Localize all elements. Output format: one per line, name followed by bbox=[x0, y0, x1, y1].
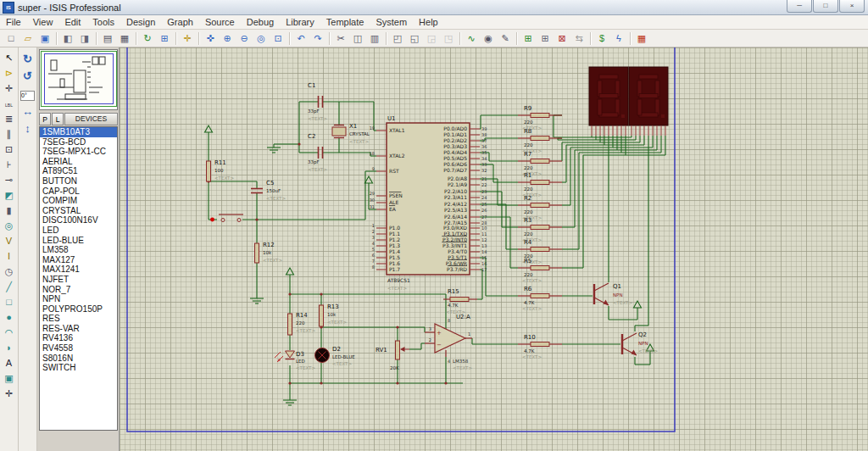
device-list-item[interactable]: CAP-POL bbox=[40, 187, 117, 197]
device-list-item[interactable]: RV4136 bbox=[40, 333, 117, 343]
resistor-R2[interactable] bbox=[518, 203, 562, 208]
opamp-U2A[interactable] bbox=[425, 324, 472, 357]
transistor-Q2[interactable] bbox=[622, 333, 637, 355]
2d-arc-mode-button[interactable]: ◠ bbox=[2, 326, 17, 340]
mark-output-area-button[interactable]: ▦ bbox=[116, 31, 133, 47]
device-list-item[interactable]: NJFET bbox=[40, 275, 117, 285]
junction-dot-mode-button[interactable]: ✛ bbox=[2, 81, 17, 96]
led-D3[interactable] bbox=[275, 351, 295, 362]
export-section-button[interactable]: ◨ bbox=[76, 31, 93, 47]
ground-symbol[interactable] bbox=[250, 298, 264, 303]
menu-item-view[interactable]: View bbox=[27, 16, 59, 28]
device-list-item[interactable]: 1SMB10AT3 bbox=[40, 127, 117, 137]
device-list-item[interactable]: MAX1241 bbox=[40, 264, 117, 275]
power-terminal[interactable] bbox=[287, 268, 294, 281]
block-copy-button[interactable]: ◰ bbox=[389, 31, 406, 47]
marker-mode-button[interactable]: ✛ bbox=[2, 387, 17, 401]
device-list-item[interactable]: RES bbox=[40, 314, 117, 324]
electrical-rule-check-button[interactable]: ϟ bbox=[610, 31, 627, 47]
resistor-R3[interactable] bbox=[518, 226, 562, 230]
device-list-item[interactable]: SWITCH bbox=[40, 363, 117, 373]
menu-item-system[interactable]: System bbox=[370, 16, 413, 28]
push-button[interactable] bbox=[210, 214, 243, 222]
capacitor-C1[interactable] bbox=[319, 96, 323, 108]
device-list-item[interactable]: DISC100N16V bbox=[40, 215, 117, 226]
resistor-R15[interactable] bbox=[443, 298, 477, 302]
title-bar[interactable]: IS super - ISIS Professional ─□× bbox=[0, 0, 868, 15]
device-list-item[interactable]: POLYPRO150P bbox=[40, 304, 117, 315]
2d-line-mode-button[interactable]: ╱ bbox=[2, 280, 17, 294]
potentiometer-RV1[interactable] bbox=[396, 341, 410, 359]
resistor-R12[interactable] bbox=[255, 243, 259, 263]
netlist-to-ares-button[interactable]: ▦ bbox=[633, 31, 650, 47]
transistor-Q1[interactable] bbox=[594, 283, 609, 305]
device-list-item[interactable]: RV4558 bbox=[40, 343, 117, 354]
2d-circle-mode-button[interactable]: ● bbox=[2, 310, 17, 325]
library-manager-button[interactable]: L bbox=[52, 113, 64, 125]
device-list-item[interactable]: AERIAL bbox=[40, 157, 117, 167]
rotate-anticlockwise-button[interactable]: ↺ bbox=[20, 69, 36, 84]
device-list-item[interactable]: NPN bbox=[40, 294, 117, 304]
device-list-item[interactable]: CRYSTAL bbox=[40, 206, 117, 216]
ground-symbol[interactable] bbox=[283, 400, 297, 405]
menu-item-tools[interactable]: Tools bbox=[86, 16, 120, 28]
search-tag-button[interactable]: ◉ bbox=[480, 31, 497, 47]
save-design-button[interactable]: ▣ bbox=[36, 31, 53, 47]
property-assignment-button[interactable]: ✎ bbox=[497, 31, 514, 47]
resistor-R7[interactable] bbox=[518, 159, 562, 164]
power-terminal[interactable] bbox=[634, 301, 642, 315]
menu-item-source[interactable]: Source bbox=[199, 16, 241, 28]
zoom-in-button[interactable]: ⊕ bbox=[219, 31, 236, 47]
2d-path-mode-button[interactable]: ◗ bbox=[2, 341, 17, 355]
undo-button[interactable]: ↶ bbox=[292, 31, 309, 47]
voltage-probe-mode-button[interactable]: V bbox=[2, 234, 17, 248]
capacitor-C2[interactable] bbox=[319, 147, 323, 159]
toggle-grid-button[interactable]: ⊞ bbox=[156, 31, 173, 47]
crystal-X1[interactable] bbox=[332, 125, 346, 138]
pick-devices-button[interactable]: P bbox=[39, 113, 51, 125]
device-list-item[interactable]: NOR_7 bbox=[40, 285, 117, 295]
power-terminal[interactable] bbox=[205, 125, 213, 139]
device-list-item[interactable]: LED-BLUE bbox=[40, 236, 117, 246]
schematic-canvas[interactable]: R9220<TEXT>R8220<TEXT>R7220<TEXT>R1220<T… bbox=[119, 47, 868, 451]
device-list-item[interactable]: 7SEG-MPX1-CC bbox=[40, 147, 117, 157]
maximize-button[interactable]: □ bbox=[813, 0, 838, 13]
current-probe-mode-button[interactable]: I bbox=[2, 249, 17, 264]
false-origin-button[interactable]: ✛ bbox=[179, 31, 196, 47]
copy-button[interactable]: ◫ bbox=[349, 31, 366, 47]
block-move-button[interactable]: ◱ bbox=[406, 31, 423, 47]
resistor-R6[interactable] bbox=[518, 294, 562, 298]
resistor-R9[interactable] bbox=[518, 114, 562, 118]
cut-button[interactable]: ✂ bbox=[332, 31, 349, 47]
menu-item-library[interactable]: Library bbox=[280, 16, 320, 28]
device-list-item[interactable]: LED bbox=[40, 226, 117, 236]
text-script-mode-button[interactable]: ≣ bbox=[2, 112, 17, 126]
device-list-item[interactable]: LM358 bbox=[40, 245, 117, 255]
device-list-item[interactable]: RES-VAR bbox=[40, 324, 117, 334]
2d-symbol-mode-button[interactable]: ▣ bbox=[2, 371, 17, 386]
menu-item-debug[interactable]: Debug bbox=[241, 16, 280, 28]
resistor-R14[interactable] bbox=[288, 314, 292, 335]
mirror-horizontal-button[interactable]: ↔ bbox=[20, 104, 36, 120]
zoom-all-button[interactable]: ◎ bbox=[253, 31, 270, 47]
rotation-angle-input[interactable] bbox=[20, 91, 35, 101]
zoom-area-button[interactable]: ⊡ bbox=[270, 31, 287, 47]
resistor-R10[interactable] bbox=[518, 342, 562, 347]
device-list-item[interactable]: BUTTON bbox=[40, 176, 117, 187]
resistor-R5[interactable] bbox=[518, 266, 562, 270]
menu-item-graph[interactable]: Graph bbox=[161, 16, 199, 28]
menu-item-template[interactable]: Template bbox=[320, 16, 370, 28]
resistor-R8[interactable] bbox=[518, 136, 562, 141]
led-D2[interactable] bbox=[315, 348, 330, 363]
open-design-button[interactable]: ▱ bbox=[19, 31, 36, 47]
rotate-clockwise-button[interactable]: ↻ bbox=[20, 52, 36, 67]
selection-mode-button[interactable]: ↖ bbox=[2, 51, 17, 65]
device-list-item[interactable]: MAX127 bbox=[40, 255, 117, 265]
redraw-button[interactable]: ↻ bbox=[139, 31, 156, 47]
seven-segment-display-2[interactable] bbox=[629, 67, 668, 136]
mirror-vertical-button[interactable]: ↕ bbox=[20, 121, 36, 136]
resistor-R4[interactable] bbox=[518, 248, 562, 252]
pan-button[interactable]: ✜ bbox=[202, 31, 219, 47]
zoom-out-button[interactable]: ⊖ bbox=[236, 31, 253, 47]
menu-item-help[interactable]: Help bbox=[413, 16, 444, 28]
